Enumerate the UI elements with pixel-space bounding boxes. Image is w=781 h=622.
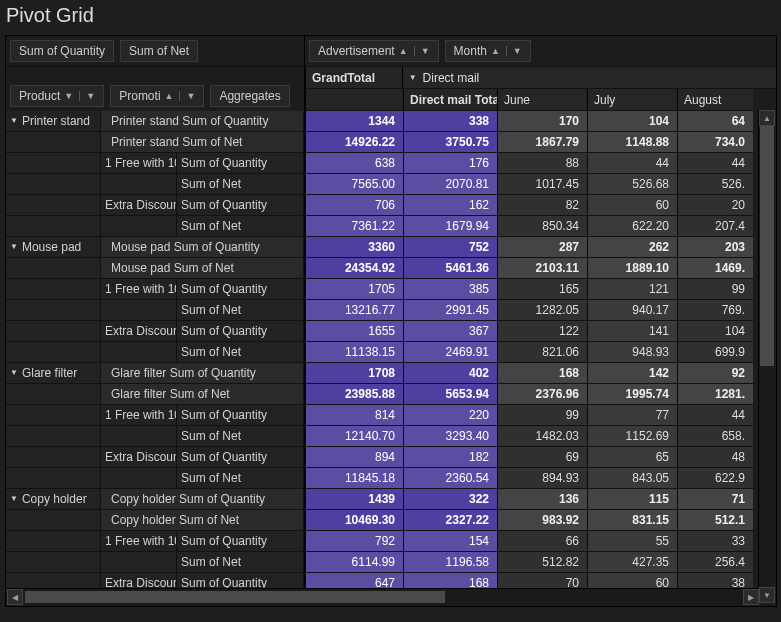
filter-icon[interactable]: ▼	[186, 91, 195, 101]
cell-grandtotal: 1655	[305, 321, 403, 341]
chevron-down-icon[interactable]: ▼	[10, 363, 18, 383]
aggregate-label: Sum of Net	[177, 426, 304, 446]
scroll-track[interactable]	[23, 589, 743, 605]
product-header[interactable]: ▼Printer stand	[6, 111, 101, 131]
cell-grandtotal: 894	[305, 447, 403, 467]
cell-june: 512.82	[497, 552, 587, 572]
cell-june: 1282.05	[497, 300, 587, 320]
cell-july: 141	[587, 321, 677, 341]
cell-grandtotal: 1708	[305, 363, 403, 383]
cell-dmtotal: 2469.91	[403, 342, 497, 362]
cell-dmtotal: 3750.75	[403, 132, 497, 152]
cell-august: 203	[677, 237, 753, 257]
cell-august: 33	[677, 531, 753, 551]
page-title: Pivot Grid	[0, 0, 781, 39]
cell-july: 1995.74	[587, 384, 677, 404]
row-detail: Sum of Net	[6, 426, 304, 447]
col-direct-mail[interactable]: ▼ Direct mail	[402, 67, 776, 89]
product-header[interactable]: ▼Copy holder	[6, 489, 101, 509]
cell-dmtotal: 2991.45	[403, 300, 497, 320]
row-detail: 1 Free with 10Sum of Quantity	[6, 405, 304, 426]
row-detail: Extra DiscountSum of Quantity	[6, 447, 304, 468]
row-summary: ▼Mouse padMouse pad Sum of Quantity	[6, 237, 304, 258]
aggregate-label: Sum of Net	[177, 300, 304, 320]
cell-june: 894.93	[497, 468, 587, 488]
filter-icon[interactable]: ▼	[513, 46, 522, 56]
data-field-sum-quantity[interactable]: Sum of Quantity	[10, 40, 114, 62]
col-direct-mail-total[interactable]: Direct mail Total	[403, 89, 497, 111]
scroll-up-icon[interactable]: ▲	[759, 110, 775, 126]
cell-june: 2376.96	[497, 384, 587, 404]
cell-august: 92	[677, 363, 753, 383]
cell-grandtotal: 1439	[305, 489, 403, 509]
chevron-down-icon[interactable]: ▼	[10, 237, 18, 257]
filter-icon[interactable]: ▼	[86, 91, 95, 101]
col-field-month[interactable]: Month ▲ ▼	[445, 40, 531, 62]
cell-dmtotal: 2360.54	[403, 468, 497, 488]
cell-grandtotal: 7361.22	[305, 216, 403, 236]
chevron-down-icon[interactable]: ▼	[409, 67, 417, 89]
row-field-promoti[interactable]: Promoti ▲ ▼	[110, 85, 204, 107]
cell-june: 88	[497, 153, 587, 173]
scroll-thumb[interactable]	[760, 126, 774, 366]
data-field-sum-net[interactable]: Sum of Net	[120, 40, 198, 62]
aggregate-label: Sum of Quantity	[177, 405, 304, 425]
cell-grandtotal: 23985.88	[305, 384, 403, 404]
row-field-product[interactable]: Product ▼ ▼	[10, 85, 104, 107]
sort-asc-icon: ▲	[491, 46, 500, 56]
summary-label: Glare filter Sum of Quantity	[101, 363, 304, 383]
cell-june: 168	[497, 363, 587, 383]
promo-header: 1 Free with 10	[101, 405, 177, 425]
cell-grandtotal: 792	[305, 531, 403, 551]
cell-june: 165	[497, 279, 587, 299]
cell-june: 66	[497, 531, 587, 551]
aggregate-label: Sum of Net	[177, 342, 304, 362]
chevron-down-icon[interactable]: ▼	[10, 111, 18, 131]
cell-august: 71	[677, 489, 753, 509]
cell-grandtotal: 14926.22	[305, 132, 403, 152]
scroll-left-icon[interactable]: ◀	[7, 589, 23, 605]
scroll-track[interactable]	[759, 126, 775, 587]
col-august[interactable]: August	[677, 89, 753, 111]
cell-july: 60	[587, 195, 677, 215]
row-summary: ▼Copy holderCopy holder Sum of Quantity	[6, 489, 304, 510]
chevron-down-icon[interactable]: ▼	[10, 489, 18, 509]
cell-dmtotal: 162	[403, 195, 497, 215]
vertical-scrollbar[interactable]: ▲ ▼	[758, 110, 775, 603]
cell-dmtotal: 220	[403, 405, 497, 425]
cell-dmtotal: 154	[403, 531, 497, 551]
row-summary: Copy holder Sum of Net	[6, 510, 304, 531]
cell-june: 983.92	[497, 510, 587, 530]
cell-dmtotal: 338	[403, 111, 497, 131]
cell-august: 1469.	[677, 258, 753, 278]
scroll-thumb[interactable]	[25, 591, 445, 603]
col-june[interactable]: June	[497, 89, 587, 111]
divider	[506, 46, 507, 56]
cell-dmtotal: 3293.40	[403, 426, 497, 446]
col-july[interactable]: July	[587, 89, 677, 111]
scroll-right-icon[interactable]: ▶	[743, 589, 759, 605]
cell-august: 48	[677, 447, 753, 467]
row-detail: 1 Free with 10Sum of Quantity	[6, 153, 304, 174]
aggregate-label: Sum of Quantity	[177, 195, 304, 215]
row-field-aggregates[interactable]: Aggregates	[210, 85, 289, 107]
col-grandtotal[interactable]: GrandTotal	[305, 67, 402, 89]
cell-july: 142	[587, 363, 677, 383]
product-header[interactable]: ▼Glare filter	[6, 363, 101, 383]
summary-label: Mouse pad Sum of Quantity	[101, 237, 304, 257]
row-detail: Sum of Net	[6, 174, 304, 195]
cell-july: 44	[587, 153, 677, 173]
promo-header	[101, 300, 177, 320]
row-detail: Sum of Net	[6, 342, 304, 363]
horizontal-scrollbar[interactable]: ◀▶	[7, 588, 759, 605]
cell-july: 843.05	[587, 468, 677, 488]
row-summary: ▼Printer standPrinter stand Sum of Quant…	[6, 111, 304, 132]
product-header[interactable]: ▼Mouse pad	[6, 237, 101, 257]
scroll-down-icon[interactable]: ▼	[759, 587, 775, 603]
cell-june: 122	[497, 321, 587, 341]
filter-icon[interactable]: ▼	[421, 46, 430, 56]
cell-dmtotal: 1679.94	[403, 216, 497, 236]
cell-grandtotal: 638	[305, 153, 403, 173]
cell-grandtotal: 706	[305, 195, 403, 215]
col-field-advertisement[interactable]: Advertisement ▲ ▼	[309, 40, 439, 62]
